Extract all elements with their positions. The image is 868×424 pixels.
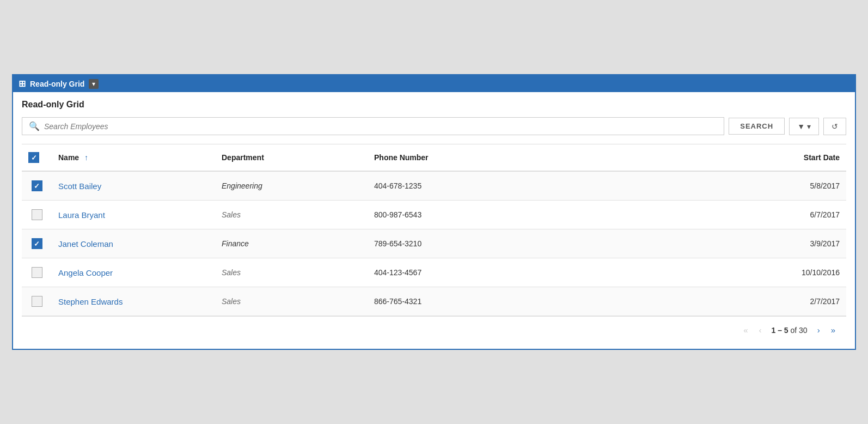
row-date-cell: 2/7/2017 (520, 287, 846, 316)
title-bar-dropdown-button[interactable]: ▾ (89, 79, 99, 89)
row-checkbox-cell (22, 201, 52, 229)
header-checkbox-col: ✓ (22, 144, 52, 172)
next-page-button[interactable]: › (813, 323, 824, 337)
row-phone-cell: 404-678-1235 (368, 171, 520, 201)
row-name-cell: Janet Coleman (52, 229, 215, 258)
row-phone-cell: 789-654-3210 (368, 229, 520, 258)
row-checkbox-cell: ✓ (22, 229, 52, 258)
first-page-button[interactable]: « (739, 323, 752, 337)
row-department-cell: Engineering (215, 171, 368, 201)
row-date-cell: 6/7/2017 (520, 201, 846, 229)
table-header-row: ✓ Name ↑ Department Phone Number Start D… (22, 144, 846, 172)
row-phone-cell: 866-765-4321 (368, 287, 520, 316)
row-phone-cell: 404-123-4567 (368, 258, 520, 287)
row-checkbox[interactable]: ✓ (32, 238, 42, 249)
pagination: « ‹ 1 – 5 of 30 › » (22, 316, 846, 341)
row-checkbox[interactable] (32, 209, 42, 220)
search-button[interactable]: SEARCH (729, 118, 785, 135)
employee-name-link[interactable]: Angela Cooper (58, 268, 113, 277)
search-wrapper: 🔍 (22, 117, 724, 135)
row-name-cell: Angela Cooper (52, 258, 215, 287)
row-name-cell: Stephen Edwards (52, 287, 215, 316)
table-row: ✓ Scott Bailey Engineering 404-678-1235 … (22, 171, 846, 201)
search-input[interactable] (44, 122, 717, 131)
row-checkbox[interactable] (32, 267, 42, 278)
refresh-button[interactable]: ↺ (823, 118, 846, 135)
row-checkbox[interactable]: ✓ (32, 180, 42, 191)
title-bar-label: Read-only Grid (30, 80, 84, 88)
grid-icon: ⊞ (19, 78, 26, 89)
sort-icon[interactable]: ↑ (84, 153, 88, 162)
select-all-checkbox[interactable]: ✓ (28, 152, 39, 163)
title-bar: ⊞ Read-only Grid ▾ (13, 75, 855, 92)
search-icon: 🔍 (29, 121, 40, 131)
department-text: Engineering (222, 181, 262, 190)
main-window: ⊞ Read-only Grid ▾ Read-only Grid 🔍 SEAR… (12, 74, 856, 350)
row-department-cell: Sales (215, 287, 368, 316)
header-phone: Phone Number (368, 144, 520, 172)
filter-dropdown-icon: ▾ (807, 122, 811, 131)
filter-button[interactable]: ▼ ▾ (789, 118, 819, 135)
department-text: Sales (222, 210, 241, 219)
table-row: ✓ Janet Coleman Finance 789-654-3210 3/9… (22, 229, 846, 258)
table-row: Laura Bryant Sales 800-987-6543 6/7/2017 (22, 201, 846, 229)
department-text: Sales (222, 297, 241, 306)
row-checkbox-cell (22, 258, 52, 287)
row-date-cell: 10/10/2016 (520, 258, 846, 287)
table-row: Angela Cooper Sales 404-123-4567 10/10/2… (22, 258, 846, 287)
row-department-cell: Sales (215, 201, 368, 229)
department-text: Sales (222, 268, 241, 277)
row-checkbox[interactable] (32, 296, 42, 307)
filter-icon: ▼ (797, 122, 805, 131)
row-department-cell: Finance (215, 229, 368, 258)
last-page-button[interactable]: » (827, 323, 840, 337)
employee-name-link[interactable]: Stephen Edwards (58, 297, 123, 306)
row-name-cell: Laura Bryant (52, 201, 215, 229)
page-range: 1 – 5 of 30 (768, 326, 810, 335)
header-name: Name ↑ (52, 144, 215, 172)
employee-name-link[interactable]: Laura Bryant (58, 210, 105, 220)
employee-name-link[interactable]: Scott Bailey (58, 181, 101, 191)
header-start-date: Start Date (520, 144, 846, 172)
table-row: Stephen Edwards Sales 866-765-4321 2/7/2… (22, 287, 846, 316)
prev-page-button[interactable]: ‹ (754, 323, 766, 337)
content-area: Read-only Grid 🔍 SEARCH ▼ ▾ ↺ ✓ (13, 92, 855, 349)
employee-name-link[interactable]: Janet Coleman (58, 239, 113, 249)
table-body: ✓ Scott Bailey Engineering 404-678-1235 … (22, 171, 846, 316)
page-title: Read-only Grid (22, 100, 846, 110)
row-department-cell: Sales (215, 258, 368, 287)
row-checkbox-cell (22, 287, 52, 316)
row-name-cell: Scott Bailey (52, 171, 215, 201)
row-checkbox-cell: ✓ (22, 171, 52, 201)
row-date-cell: 5/8/2017 (520, 171, 846, 201)
row-phone-cell: 800-987-6543 (368, 201, 520, 229)
row-date-cell: 3/9/2017 (520, 229, 846, 258)
toolbar: 🔍 SEARCH ▼ ▾ ↺ (22, 117, 846, 135)
header-department: Department (215, 144, 368, 172)
employee-table: ✓ Name ↑ Department Phone Number Start D… (22, 144, 846, 316)
department-text: Finance (222, 239, 249, 248)
